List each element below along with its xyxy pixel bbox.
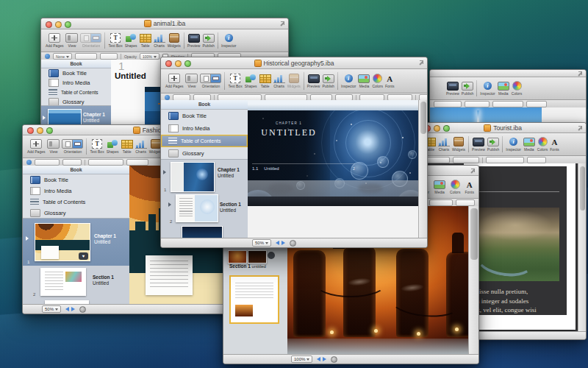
minimize-button[interactable] [55, 21, 62, 28]
document-canvas[interactable]: CHAPTER 1 UNTITLED 1.1 Untitled 2 [248, 100, 419, 238]
toolbar-button-shapes[interactable]: Shapes [125, 34, 137, 48]
zoom-level-dropdown[interactable]: 100% [291, 355, 312, 363]
toolbar-button-inspector[interactable]: Inspector [341, 74, 356, 88]
toolbar-button-media[interactable]: Media [358, 74, 370, 88]
previous-page-icon[interactable] [315, 357, 320, 361]
toolbar-button-preview[interactable]: Preview [472, 138, 485, 152]
thumbnail-section-1[interactable]: Section 1Untitled 2 [23, 266, 129, 298]
format-control[interactable] [126, 159, 148, 166]
toolbar-toggle-icon[interactable] [577, 71, 583, 77]
toolbar-button-widgets[interactable]: Widgets [287, 74, 301, 88]
toolbar-button-inspector[interactable]: Inspector [221, 34, 237, 48]
toolbar-toggle-icon[interactable] [279, 21, 285, 26]
toolbar-button-inspector[interactable]: Inspector [506, 138, 521, 152]
zoom-level-dropdown[interactable]: 50% [42, 305, 61, 313]
format-control[interactable] [434, 101, 462, 107]
close-button[interactable] [46, 21, 52, 28]
format-style-icon[interactable] [165, 95, 170, 100]
gear-icon[interactable] [79, 306, 86, 313]
sidebar-item-book-title[interactable]: Book Title [41, 68, 111, 78]
title-bar[interactable]: Historical geography5.iba [161, 57, 427, 69]
thumbnail-section-1[interactable]: Section 1 untitled [223, 247, 287, 272]
next-page-icon[interactable] [71, 307, 77, 311]
toolbar-button-charts[interactable]: Charts [135, 140, 147, 154]
vertical-scrollbar[interactable] [578, 163, 586, 332]
toolbar-toggle-icon[interactable] [470, 168, 476, 174]
next-page-icon[interactable] [282, 241, 287, 245]
sidebar-item-table-of-contents[interactable]: Table of Contents [41, 88, 111, 97]
toolbar-button-fonts[interactable]: Fonts [385, 74, 395, 88]
toolbar-button-add-pages[interactable]: Add Pages [27, 140, 45, 154]
sidebar-item-table-of-contents[interactable]: Table of Contents [161, 135, 248, 147]
thumbnail-chapter-1[interactable]: ♥ Chapter 1Untitled 1 [23, 219, 129, 266]
book-page-spread[interactable]: CHAPTER 1 UNTITLED 1.1 Untitled 2 [248, 110, 419, 206]
toolbar-button-colors[interactable]: Colors [372, 74, 382, 88]
sidebar-item-intro-media[interactable]: Intro Media [161, 122, 248, 135]
disclosure-triangle-icon[interactable] [163, 170, 168, 174]
format-control[interactable] [486, 157, 524, 163]
toolbar-button-view[interactable]: View [65, 34, 78, 48]
sidebar-item-glossary[interactable]: Glossary [23, 208, 129, 219]
page-text-box[interactable] [146, 255, 193, 295]
title-bar[interactable]: Tourist.iba [420, 123, 586, 133]
format-control[interactable] [492, 101, 523, 107]
vertical-scrollbar[interactable] [468, 206, 478, 355]
toolbar-button-fonts[interactable]: Fonts [550, 138, 559, 152]
disclosure-triangle-icon[interactable] [43, 116, 48, 120]
toolbar-button-orientation[interactable]: Orientation [80, 34, 101, 48]
disclosure-triangle-icon[interactable] [168, 202, 173, 207]
format-control[interactable] [75, 53, 97, 60]
toolbar-toggle-icon[interactable] [577, 125, 583, 131]
toolbar-button-media[interactable]: Media [434, 180, 445, 194]
toolbar-button-publish[interactable]: Publish [487, 138, 499, 152]
toolbar-button-colors[interactable]: Colors [512, 82, 522, 96]
minimize-button[interactable] [434, 125, 440, 132]
toolbar-button-fonts[interactable]: Fonts [465, 180, 474, 194]
toolbar-button-shapes[interactable]: Shapes [245, 74, 257, 88]
toolbar-button-text-box[interactable]: Text Box [90, 140, 104, 154]
next-page-icon[interactable] [323, 357, 329, 361]
sidebar-item-table-of-contents[interactable]: Table of Contents [23, 197, 129, 208]
minimize-button[interactable] [37, 127, 43, 134]
toolbar-button-publish[interactable]: Publish [462, 82, 473, 96]
toolbar-button-table[interactable]: Table [259, 74, 271, 88]
toc-entry-row[interactable]: 1.1 Untitled 2 [252, 163, 355, 171]
toolbar-button-colors[interactable]: Colors [537, 138, 548, 152]
format-control[interactable] [527, 157, 546, 163]
zoom-button[interactable] [46, 127, 53, 134]
title-bar[interactable] [430, 70, 586, 77]
zoom-level-dropdown[interactable]: 50% [252, 239, 271, 247]
toolbar-button-add-pages[interactable]: Add Pages [165, 74, 183, 88]
close-button[interactable] [27, 127, 34, 134]
format-style-icon[interactable] [26, 160, 32, 165]
format-control[interactable] [88, 159, 123, 166]
format-control[interactable] [453, 157, 479, 163]
chapter-title[interactable]: UNTITLED [248, 127, 330, 138]
toolbar-button-charts[interactable]: Charts [438, 138, 450, 152]
toolbar-button-text-box[interactable]: Text Box [228, 74, 242, 88]
title-bar[interactable]: animal1.iba [41, 18, 288, 29]
format-control[interactable] [465, 101, 490, 107]
sidebar-item-intro-media[interactable]: Intro Media [41, 78, 111, 88]
opacity-dropdown[interactable]: 100% [140, 53, 159, 60]
format-control[interactable] [429, 199, 453, 206]
sidebar-item-glossary[interactable]: Glossary [161, 147, 248, 160]
toolbar-button-table[interactable]: Table [121, 140, 133, 154]
toolbar-toggle-icon[interactable] [418, 60, 424, 66]
toolbar-button-widgets[interactable]: Widgets [168, 34, 181, 48]
toolbar-button-colors[interactable]: Colors [450, 180, 460, 194]
format-control[interactable] [62, 159, 82, 166]
scrollbar-thumb[interactable] [470, 208, 478, 260]
zoom-button[interactable] [184, 60, 191, 67]
disclosure-triangle-icon[interactable] [26, 236, 31, 241]
thumbnail-section-1[interactable]: Section 1Untitled 2 [161, 193, 248, 224]
landscape-photo[interactable] [471, 208, 559, 281]
toolbar-button-media[interactable]: Media [498, 82, 509, 96]
toolbar-button-view[interactable]: View [47, 140, 60, 154]
toolbar-button-orientation[interactable]: Orientation [62, 140, 83, 154]
format-control[interactable] [526, 101, 547, 107]
format-style-icon[interactable] [45, 54, 50, 59]
thumbnail-selected-page[interactable] [229, 275, 279, 324]
format-control[interactable] [35, 159, 60, 166]
toolbar-button-inspector[interactable]: Inspector [480, 82, 495, 96]
